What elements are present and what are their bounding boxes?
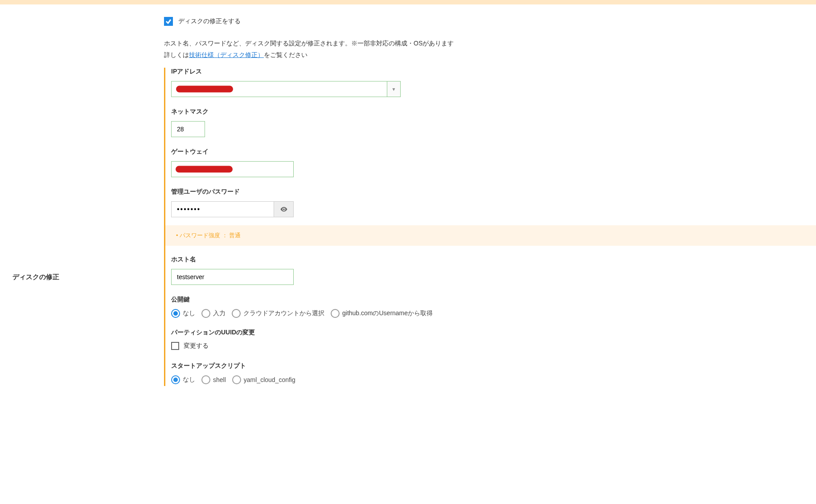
- pubkey-radio-input[interactable]: 入力: [201, 309, 226, 318]
- radio-label: github.comのUsernameから取得: [342, 309, 433, 317]
- hostname-input[interactable]: [171, 269, 294, 285]
- radio-label: クラウドアカウントから選択: [243, 309, 324, 317]
- script-radio-yaml[interactable]: yaml_cloud_config: [232, 375, 295, 384]
- radio-icon: [331, 309, 340, 318]
- ip-redacted: [176, 86, 233, 93]
- description-line2: 詳しくは技術仕様（ディスク修正）をご覧ください: [164, 50, 816, 60]
- password-label: 管理ユーザのパスワード: [171, 188, 816, 196]
- password-input[interactable]: [172, 202, 274, 217]
- hostname-field: ホスト名: [171, 256, 816, 285]
- left-column: ディスクの修正: [0, 17, 164, 386]
- desc-prefix: 詳しくは: [164, 51, 189, 58]
- pubkey-radio-github[interactable]: github.comのUsernameから取得: [331, 309, 433, 318]
- description-line1: ホスト名、パスワードなど、ディスク関する設定が修正されます。※一部非対応の構成・…: [164, 38, 816, 48]
- ip-select-arrow[interactable]: ▼: [387, 81, 400, 97]
- top-orange-strip: [0, 0, 816, 4]
- chevron-down-icon: ▼: [392, 87, 396, 92]
- disk-edit-checkbox[interactable]: [164, 17, 173, 26]
- password-strength-text: パスワード強度 ： 普通: [176, 232, 241, 239]
- radio-icon: [232, 309, 241, 318]
- password-input-wrap: [171, 201, 294, 217]
- radio-label: shell: [213, 376, 226, 383]
- radio-icon: [171, 309, 180, 318]
- netmask-label: ネットマスク: [171, 108, 816, 116]
- gateway-redacted: [176, 166, 233, 173]
- ip-select[interactable]: ▼: [171, 81, 401, 97]
- netmask-input[interactable]: [171, 121, 205, 137]
- pubkey-field: 公開鍵 なし 入力 クラウドアカウントから選択: [171, 296, 816, 318]
- radio-icon: [171, 375, 180, 384]
- disk-edit-checkbox-row: ディスクの修正をする: [164, 17, 816, 26]
- uuid-label: パーティションのUUIDの変更: [171, 329, 816, 337]
- radio-label: なし: [183, 309, 195, 317]
- password-strength-box: パスワード強度 ： 普通: [164, 225, 816, 246]
- main-layout: ディスクの修正 ディスクの修正をする ホスト名、パスワードなど、ディスク関する設…: [0, 4, 816, 386]
- spec-link[interactable]: 技術仕様（ディスク修正）: [189, 51, 264, 58]
- radio-label: yaml_cloud_config: [244, 376, 295, 383]
- password-visibility-toggle[interactable]: [274, 202, 293, 217]
- script-radio-none[interactable]: なし: [171, 375, 195, 384]
- right-column: ディスクの修正をする ホスト名、パスワードなど、ディスク関する設定が修正されます…: [164, 17, 816, 386]
- radio-icon: [201, 375, 210, 384]
- radio-label: なし: [183, 376, 195, 384]
- ip-label: IPアドレス: [171, 68, 816, 76]
- ip-field: IPアドレス ▼: [171, 68, 816, 97]
- uuid-field: パーティションのUUIDの変更 変更する: [171, 329, 816, 351]
- pubkey-radio-group: なし 入力 クラウドアカウントから選択 github.comのUsernameか…: [171, 309, 816, 318]
- password-field: 管理ユーザのパスワード: [171, 188, 816, 217]
- gateway-label: ゲートウェイ: [171, 148, 816, 156]
- radio-label: 入力: [213, 309, 226, 317]
- disk-edit-checkbox-label: ディスクの修正をする: [178, 17, 241, 25]
- section-title-left: ディスクの修正: [0, 273, 164, 281]
- gateway-field: ゲートウェイ: [171, 148, 816, 177]
- script-label: スタートアップスクリプト: [171, 362, 816, 370]
- checkbox-empty-icon: [171, 342, 179, 350]
- radio-icon: [232, 375, 241, 384]
- uuid-change-checkbox[interactable]: 変更する: [171, 342, 209, 350]
- uuid-checkbox-label: 変更する: [184, 342, 209, 350]
- script-radio-shell[interactable]: shell: [201, 375, 226, 384]
- pubkey-radio-cloud[interactable]: クラウドアカウントから選択: [232, 309, 324, 318]
- pubkey-radio-none[interactable]: なし: [171, 309, 195, 318]
- netmask-field: ネットマスク: [171, 108, 816, 137]
- gateway-input-wrap: [171, 161, 294, 177]
- ip-select-value: [172, 81, 387, 97]
- script-field: スタートアップスクリプト なし shell yaml_cloud_config: [171, 362, 816, 384]
- check-icon: [165, 18, 172, 24]
- radio-icon: [201, 309, 210, 318]
- script-radio-group: なし shell yaml_cloud_config: [171, 375, 816, 384]
- indented-form-section: IPアドレス ▼ ネットマスク ゲートウェイ: [164, 68, 816, 386]
- desc-suffix: をご覧ください: [264, 51, 308, 58]
- hostname-label: ホスト名: [171, 256, 816, 264]
- pubkey-label: 公開鍵: [171, 296, 816, 304]
- eye-icon: [280, 205, 288, 213]
